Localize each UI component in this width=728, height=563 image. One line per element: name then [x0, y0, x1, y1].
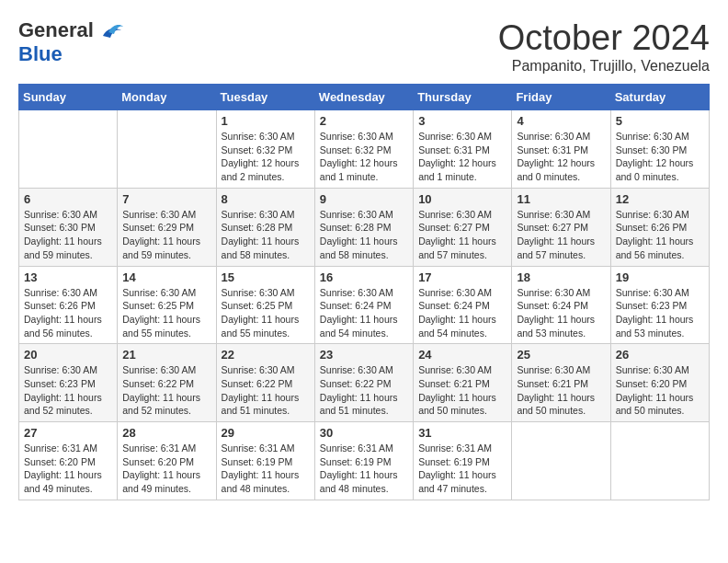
- day-info: Sunrise: 6:30 AM Sunset: 6:22 PM Dayligh…: [222, 363, 310, 418]
- day-info: Sunrise: 6:30 AM Sunset: 6:31 PM Dayligh…: [517, 130, 605, 184]
- day-number: 8: [222, 192, 310, 206]
- calendar-week-3: 13Sunrise: 6:30 AM Sunset: 6:26 PM Dayli…: [19, 266, 710, 344]
- day-info: Sunrise: 6:30 AM Sunset: 6:29 PM Dayligh…: [122, 208, 210, 262]
- location-subtitle: Pampanito, Trujillo, Venezuela: [498, 58, 710, 75]
- calendar-cell: 17Sunrise: 6:30 AM Sunset: 6:24 PM Dayli…: [414, 266, 512, 344]
- day-info: Sunrise: 6:30 AM Sunset: 6:27 PM Dayligh…: [418, 208, 506, 262]
- calendar-cell: 11Sunrise: 6:30 AM Sunset: 6:27 PM Dayli…: [512, 188, 610, 266]
- logo-general-text: General: [18, 18, 94, 42]
- day-info: Sunrise: 6:31 AM Sunset: 6:19 PM Dayligh…: [222, 442, 310, 496]
- day-number: 4: [517, 114, 605, 128]
- header-wednesday: Wednesday: [314, 85, 413, 110]
- calendar-cell: 23Sunrise: 6:30 AM Sunset: 6:22 PM Dayli…: [314, 344, 413, 422]
- calendar-cell: 15Sunrise: 6:30 AM Sunset: 6:25 PM Dayli…: [216, 266, 314, 344]
- day-number: 26: [616, 348, 704, 362]
- day-number: 17: [418, 270, 506, 284]
- day-number: 20: [24, 348, 112, 362]
- day-number: 5: [616, 114, 704, 128]
- day-info: Sunrise: 6:30 AM Sunset: 6:23 PM Dayligh…: [616, 286, 704, 340]
- day-number: 14: [122, 270, 210, 284]
- calendar-cell: 27Sunrise: 6:31 AM Sunset: 6:20 PM Dayli…: [19, 422, 118, 500]
- day-number: 19: [616, 270, 704, 284]
- calendar-cell: 1Sunrise: 6:30 AM Sunset: 6:32 PM Daylig…: [216, 110, 314, 189]
- day-info: Sunrise: 6:30 AM Sunset: 6:30 PM Dayligh…: [616, 130, 704, 184]
- day-number: 22: [222, 348, 310, 362]
- calendar-cell: [610, 422, 709, 500]
- calendar-week-4: 20Sunrise: 6:30 AM Sunset: 6:23 PM Dayli…: [19, 344, 710, 422]
- day-info: Sunrise: 6:30 AM Sunset: 6:24 PM Dayligh…: [320, 286, 408, 340]
- day-number: 30: [320, 426, 408, 440]
- calendar-cell: 20Sunrise: 6:30 AM Sunset: 6:23 PM Dayli…: [19, 344, 118, 422]
- day-info: Sunrise: 6:30 AM Sunset: 6:21 PM Dayligh…: [517, 363, 605, 418]
- day-number: 27: [24, 426, 112, 440]
- day-number: 12: [616, 192, 704, 206]
- day-info: Sunrise: 6:30 AM Sunset: 6:28 PM Dayligh…: [222, 208, 310, 262]
- calendar-cell: [512, 422, 610, 500]
- day-number: 2: [320, 114, 408, 128]
- day-info: Sunrise: 6:30 AM Sunset: 6:24 PM Dayligh…: [517, 286, 605, 340]
- calendar-cell: 25Sunrise: 6:30 AM Sunset: 6:21 PM Dayli…: [512, 344, 610, 422]
- day-info: Sunrise: 6:30 AM Sunset: 6:25 PM Dayligh…: [222, 286, 310, 340]
- day-info: Sunrise: 6:31 AM Sunset: 6:19 PM Dayligh…: [418, 442, 506, 496]
- calendar-cell: [19, 110, 118, 189]
- calendar-cell: 21Sunrise: 6:30 AM Sunset: 6:22 PM Dayli…: [118, 344, 216, 422]
- calendar-cell: 26Sunrise: 6:30 AM Sunset: 6:20 PM Dayli…: [610, 344, 709, 422]
- day-info: Sunrise: 6:30 AM Sunset: 6:26 PM Dayligh…: [616, 208, 704, 262]
- day-number: 18: [517, 270, 605, 284]
- calendar-week-5: 27Sunrise: 6:31 AM Sunset: 6:20 PM Dayli…: [19, 422, 710, 500]
- calendar-cell: 29Sunrise: 6:31 AM Sunset: 6:19 PM Dayli…: [216, 422, 314, 500]
- calendar-cell: 14Sunrise: 6:30 AM Sunset: 6:25 PM Dayli…: [118, 266, 216, 344]
- day-number: 31: [418, 426, 506, 440]
- calendar-cell: 30Sunrise: 6:31 AM Sunset: 6:19 PM Dayli…: [314, 422, 413, 500]
- day-number: 11: [517, 192, 605, 206]
- day-number: 21: [122, 348, 210, 362]
- title-block: October 2024 Pampanito, Trujillo, Venezu…: [498, 18, 710, 75]
- day-info: Sunrise: 6:30 AM Sunset: 6:24 PM Dayligh…: [418, 286, 506, 340]
- calendar-cell: 13Sunrise: 6:30 AM Sunset: 6:26 PM Dayli…: [19, 266, 118, 344]
- day-number: 25: [517, 348, 605, 362]
- day-number: 1: [222, 114, 310, 128]
- header-monday: Monday: [118, 85, 216, 110]
- day-number: 6: [24, 192, 112, 206]
- calendar-table: SundayMondayTuesdayWednesdayThursdayFrid…: [18, 84, 710, 500]
- day-number: 16: [320, 270, 408, 284]
- day-info: Sunrise: 6:30 AM Sunset: 6:26 PM Dayligh…: [24, 286, 112, 340]
- header-thursday: Thursday: [414, 85, 512, 110]
- day-info: Sunrise: 6:30 AM Sunset: 6:25 PM Dayligh…: [122, 286, 210, 340]
- day-info: Sunrise: 6:30 AM Sunset: 6:23 PM Dayligh…: [24, 363, 112, 418]
- calendar-cell: 16Sunrise: 6:30 AM Sunset: 6:24 PM Dayli…: [314, 266, 413, 344]
- calendar-cell: 2Sunrise: 6:30 AM Sunset: 6:32 PM Daylig…: [314, 110, 413, 189]
- calendar-cell: 4Sunrise: 6:30 AM Sunset: 6:31 PM Daylig…: [512, 110, 610, 189]
- logo: General Blue: [18, 18, 123, 66]
- day-number: 3: [418, 114, 506, 128]
- day-info: Sunrise: 6:30 AM Sunset: 6:27 PM Dayligh…: [517, 208, 605, 262]
- day-number: 29: [222, 426, 310, 440]
- calendar-cell: 10Sunrise: 6:30 AM Sunset: 6:27 PM Dayli…: [414, 188, 512, 266]
- day-info: Sunrise: 6:30 AM Sunset: 6:22 PM Dayligh…: [320, 363, 408, 418]
- day-info: Sunrise: 6:31 AM Sunset: 6:20 PM Dayligh…: [122, 442, 210, 496]
- page-header: General Blue October 2024 Pampanito, Tru…: [18, 18, 710, 75]
- calendar-week-2: 6Sunrise: 6:30 AM Sunset: 6:30 PM Daylig…: [19, 188, 710, 266]
- calendar-week-1: 1Sunrise: 6:30 AM Sunset: 6:32 PM Daylig…: [19, 110, 710, 189]
- day-info: Sunrise: 6:30 AM Sunset: 6:22 PM Dayligh…: [122, 363, 210, 418]
- logo-bird-icon: [96, 19, 123, 42]
- calendar-cell: 28Sunrise: 6:31 AM Sunset: 6:20 PM Dayli…: [118, 422, 216, 500]
- calendar-cell: 8Sunrise: 6:30 AM Sunset: 6:28 PM Daylig…: [216, 188, 314, 266]
- day-number: 24: [418, 348, 506, 362]
- calendar-cell: 31Sunrise: 6:31 AM Sunset: 6:19 PM Dayli…: [414, 422, 512, 500]
- calendar-cell: [118, 110, 216, 189]
- calendar-cell: 7Sunrise: 6:30 AM Sunset: 6:29 PM Daylig…: [118, 188, 216, 266]
- day-info: Sunrise: 6:30 AM Sunset: 6:20 PM Dayligh…: [616, 363, 704, 418]
- calendar-cell: 3Sunrise: 6:30 AM Sunset: 6:31 PM Daylig…: [414, 110, 512, 189]
- day-info: Sunrise: 6:30 AM Sunset: 6:30 PM Dayligh…: [24, 208, 112, 262]
- day-number: 28: [122, 426, 210, 440]
- calendar-header-row: SundayMondayTuesdayWednesdayThursdayFrid…: [19, 85, 710, 110]
- calendar-cell: 9Sunrise: 6:30 AM Sunset: 6:28 PM Daylig…: [314, 188, 413, 266]
- day-number: 9: [320, 192, 408, 206]
- calendar-cell: 24Sunrise: 6:30 AM Sunset: 6:21 PM Dayli…: [414, 344, 512, 422]
- calendar-cell: 19Sunrise: 6:30 AM Sunset: 6:23 PM Dayli…: [610, 266, 709, 344]
- header-friday: Friday: [512, 85, 610, 110]
- calendar-cell: 6Sunrise: 6:30 AM Sunset: 6:30 PM Daylig…: [19, 188, 118, 266]
- day-info: Sunrise: 6:30 AM Sunset: 6:28 PM Dayligh…: [320, 208, 408, 262]
- day-number: 7: [122, 192, 210, 206]
